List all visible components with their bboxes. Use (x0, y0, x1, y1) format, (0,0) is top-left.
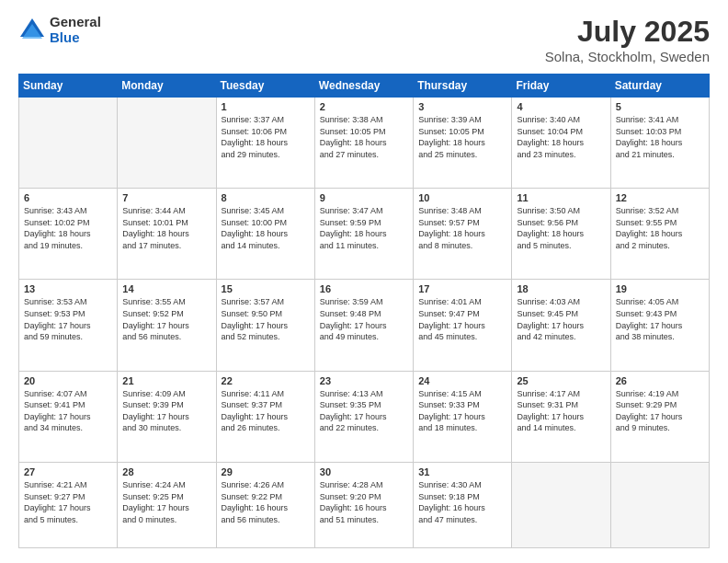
day-number: 15 (222, 283, 310, 294)
header: General Blue July 2025 Solna, Stockholm,… (18, 15, 710, 64)
calendar-cell (512, 462, 610, 547)
day-number: 17 (418, 283, 506, 294)
calendar-cell: 2Sunrise: 3:38 AM Sunset: 10:05 PM Dayli… (314, 98, 413, 189)
calendar-cell: 25Sunrise: 4:17 AM Sunset: 9:31 PM Dayli… (512, 371, 610, 462)
calendar-cell: 6Sunrise: 3:43 AM Sunset: 10:02 PM Dayli… (19, 189, 118, 280)
day-number: 23 (320, 375, 408, 386)
header-wednesday: Wednesday (314, 75, 413, 98)
day-info: Sunrise: 4:11 AM Sunset: 9:37 PM Dayligh… (222, 388, 310, 434)
day-info: Sunrise: 3:52 AM Sunset: 9:55 PM Dayligh… (616, 205, 704, 251)
day-info: Sunrise: 4:19 AM Sunset: 9:29 PM Dayligh… (616, 388, 704, 434)
day-number: 21 (122, 375, 210, 386)
day-number: 5 (616, 101, 704, 112)
calendar-cell: 20Sunrise: 4:07 AM Sunset: 9:41 PM Dayli… (19, 371, 118, 462)
day-number: 29 (222, 466, 310, 477)
day-info: Sunrise: 3:55 AM Sunset: 9:52 PM Dayligh… (122, 296, 210, 342)
calendar-cell (610, 462, 709, 547)
title-block: July 2025 Solna, Stockholm, Sweden (545, 15, 710, 64)
calendar-cell: 23Sunrise: 4:13 AM Sunset: 9:35 PM Dayli… (314, 371, 413, 462)
day-number: 8 (222, 192, 310, 203)
calendar-cell: 7Sunrise: 3:44 AM Sunset: 10:01 PM Dayli… (118, 189, 216, 280)
calendar-title: July 2025 (545, 15, 710, 49)
calendar-cell: 19Sunrise: 4:05 AM Sunset: 9:43 PM Dayli… (610, 280, 709, 371)
calendar-cell: 27Sunrise: 4:21 AM Sunset: 9:27 PM Dayli… (19, 462, 118, 547)
calendar-cell (118, 98, 216, 189)
calendar-cell: 21Sunrise: 4:09 AM Sunset: 9:39 PM Dayli… (118, 371, 216, 462)
calendar-cell: 30Sunrise: 4:28 AM Sunset: 9:20 PM Dayli… (314, 462, 413, 547)
calendar-cell: 22Sunrise: 4:11 AM Sunset: 9:37 PM Dayli… (216, 371, 314, 462)
day-number: 31 (418, 466, 506, 477)
calendar-cell: 3Sunrise: 3:39 AM Sunset: 10:05 PM Dayli… (414, 98, 512, 189)
day-info: Sunrise: 3:53 AM Sunset: 9:53 PM Dayligh… (24, 296, 112, 342)
day-info: Sunrise: 4:24 AM Sunset: 9:25 PM Dayligh… (122, 479, 210, 525)
day-number: 22 (222, 375, 310, 386)
calendar-week-3: 13Sunrise: 3:53 AM Sunset: 9:53 PM Dayli… (19, 280, 710, 371)
calendar-cell: 15Sunrise: 3:57 AM Sunset: 9:50 PM Dayli… (216, 280, 314, 371)
day-info: Sunrise: 4:13 AM Sunset: 9:35 PM Dayligh… (320, 388, 408, 434)
day-info: Sunrise: 3:50 AM Sunset: 9:56 PM Dayligh… (517, 205, 605, 251)
day-number: 27 (24, 466, 112, 477)
calendar-cell: 14Sunrise: 3:55 AM Sunset: 9:52 PM Dayli… (118, 280, 216, 371)
day-info: Sunrise: 4:09 AM Sunset: 9:39 PM Dayligh… (122, 388, 210, 434)
day-number: 14 (122, 283, 210, 294)
calendar-cell: 4Sunrise: 3:40 AM Sunset: 10:04 PM Dayli… (512, 98, 610, 189)
logo-general-text: General (50, 15, 101, 30)
header-saturday: Saturday (610, 75, 709, 98)
calendar-cell: 13Sunrise: 3:53 AM Sunset: 9:53 PM Dayli… (19, 280, 118, 371)
logo: General Blue (18, 15, 101, 45)
day-info: Sunrise: 4:01 AM Sunset: 9:47 PM Dayligh… (418, 296, 506, 342)
day-info: Sunrise: 4:21 AM Sunset: 9:27 PM Dayligh… (24, 479, 112, 525)
day-number: 13 (24, 283, 112, 294)
day-number: 20 (24, 375, 112, 386)
day-number: 2 (320, 101, 408, 112)
day-number: 11 (517, 192, 605, 203)
day-info: Sunrise: 3:44 AM Sunset: 10:01 PM Daylig… (122, 205, 210, 251)
day-number: 9 (320, 192, 408, 203)
day-info: Sunrise: 3:43 AM Sunset: 10:02 PM Daylig… (24, 205, 112, 251)
day-number: 12 (616, 192, 704, 203)
calendar-cell: 26Sunrise: 4:19 AM Sunset: 9:29 PM Dayli… (610, 371, 709, 462)
day-info: Sunrise: 4:03 AM Sunset: 9:45 PM Dayligh… (517, 296, 605, 342)
calendar-cell: 5Sunrise: 3:41 AM Sunset: 10:03 PM Dayli… (610, 98, 709, 189)
day-number: 7 (122, 192, 210, 203)
day-number: 18 (517, 283, 605, 294)
day-info: Sunrise: 3:47 AM Sunset: 9:59 PM Dayligh… (320, 205, 408, 251)
day-info: Sunrise: 3:48 AM Sunset: 9:57 PM Dayligh… (418, 205, 506, 251)
day-info: Sunrise: 4:07 AM Sunset: 9:41 PM Dayligh… (24, 388, 112, 434)
day-number: 1 (222, 101, 310, 112)
day-number: 24 (418, 375, 506, 386)
calendar-location: Solna, Stockholm, Sweden (545, 49, 710, 64)
day-number: 19 (616, 283, 704, 294)
day-info: Sunrise: 4:05 AM Sunset: 9:43 PM Dayligh… (616, 296, 704, 342)
calendar-cell: 16Sunrise: 3:59 AM Sunset: 9:48 PM Dayli… (314, 280, 413, 371)
calendar-cell: 29Sunrise: 4:26 AM Sunset: 9:22 PM Dayli… (216, 462, 314, 547)
page: General Blue July 2025 Solna, Stockholm,… (0, 0, 728, 563)
header-friday: Friday (512, 75, 610, 98)
day-number: 3 (418, 101, 506, 112)
day-number: 28 (122, 466, 210, 477)
header-tuesday: Tuesday (216, 75, 314, 98)
calendar-week-2: 6Sunrise: 3:43 AM Sunset: 10:02 PM Dayli… (19, 189, 710, 280)
day-number: 4 (517, 101, 605, 112)
day-info: Sunrise: 3:45 AM Sunset: 10:00 PM Daylig… (222, 205, 310, 251)
calendar-week-5: 27Sunrise: 4:21 AM Sunset: 9:27 PM Dayli… (19, 462, 710, 547)
day-info: Sunrise: 4:17 AM Sunset: 9:31 PM Dayligh… (517, 388, 605, 434)
calendar-table: Sunday Monday Tuesday Wednesday Thursday… (18, 74, 710, 548)
day-info: Sunrise: 3:59 AM Sunset: 9:48 PM Dayligh… (320, 296, 408, 342)
calendar-cell: 12Sunrise: 3:52 AM Sunset: 9:55 PM Dayli… (610, 189, 709, 280)
header-monday: Monday (118, 75, 216, 98)
day-number: 10 (418, 192, 506, 203)
day-number: 6 (24, 192, 112, 203)
day-number: 25 (517, 375, 605, 386)
day-info: Sunrise: 3:41 AM Sunset: 10:03 PM Daylig… (616, 114, 704, 160)
day-number: 26 (616, 375, 704, 386)
calendar-cell: 8Sunrise: 3:45 AM Sunset: 10:00 PM Dayli… (216, 189, 314, 280)
calendar-week-4: 20Sunrise: 4:07 AM Sunset: 9:41 PM Dayli… (19, 371, 710, 462)
header-sunday: Sunday (19, 75, 118, 98)
header-thursday: Thursday (414, 75, 512, 98)
calendar-cell: 18Sunrise: 4:03 AM Sunset: 9:45 PM Dayli… (512, 280, 610, 371)
logo-blue-text: Blue (50, 30, 101, 46)
calendar-cell: 1Sunrise: 3:37 AM Sunset: 10:06 PM Dayli… (216, 98, 314, 189)
day-info: Sunrise: 3:57 AM Sunset: 9:50 PM Dayligh… (222, 296, 310, 342)
calendar-cell: 28Sunrise: 4:24 AM Sunset: 9:25 PM Dayli… (118, 462, 216, 547)
